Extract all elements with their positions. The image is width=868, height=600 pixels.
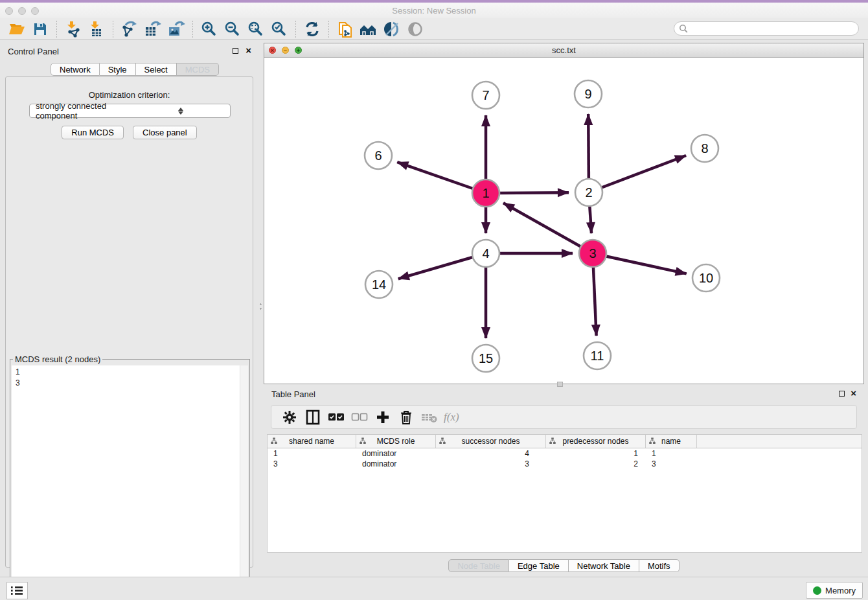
cell-shared-name[interactable]: 3 (268, 459, 356, 468)
task-history-button[interactable] (6, 582, 28, 599)
column-header-icon (271, 437, 277, 444)
add-row-icon[interactable] (371, 408, 394, 427)
tab-edge-table[interactable]: Edge Table (509, 559, 569, 572)
open-session-icon[interactable] (7, 20, 27, 38)
export-table-icon[interactable] (143, 20, 163, 38)
status-bar: Memory (0, 577, 868, 600)
optimization-dropdown[interactable]: strongly connected component (29, 104, 231, 118)
export-image-icon[interactable] (166, 20, 186, 38)
control-panel-tabs: NetworkStyleSelectMCDS (51, 63, 219, 76)
cell-successor-nodes[interactable]: 4 (436, 449, 546, 458)
mcds-result-line: 1 (16, 367, 240, 378)
column-header-icon (649, 437, 656, 444)
export-network-icon[interactable] (120, 20, 139, 38)
search-box[interactable] (674, 21, 859, 36)
table-panel-title: Table Panel (271, 389, 315, 399)
graph-node-label-4: 4 (482, 246, 489, 260)
result-scrollbar[interactable] (240, 365, 248, 594)
tab-select[interactable]: Select (136, 63, 177, 76)
graph-node-label-7: 7 (482, 88, 489, 102)
cell-successor-nodes[interactable]: 3 (436, 459, 546, 468)
import-table-icon[interactable] (87, 20, 106, 38)
search-input[interactable] (689, 22, 858, 35)
control-panel: Control Panel × NetworkStyleSelectMCDS O… (0, 43, 259, 571)
cell-name[interactable]: 1 (646, 449, 697, 458)
close-panel-button[interactable]: Close panel (133, 126, 197, 139)
delete-column-icon[interactable] (418, 408, 441, 427)
network-view-title: scc.txt (264, 45, 863, 55)
node-table[interactable]: shared nameMCDS rolesuccessor nodesprede… (267, 434, 862, 553)
table-row[interactable]: 1dominator411 (268, 448, 862, 459)
mcds-result-box: MCDS result (2 nodes) 13 (10, 354, 250, 595)
cell-MCDS-role[interactable]: dominator (356, 449, 436, 458)
clone-network-icon[interactable] (336, 20, 355, 38)
zoom-fit-icon[interactable] (246, 20, 266, 38)
graph-node-label-2: 2 (585, 185, 592, 200)
columns-icon[interactable] (301, 408, 325, 427)
column-header-icon (549, 437, 556, 444)
memory-status-icon (813, 586, 821, 595)
memory-label: Memory (825, 586, 856, 595)
network-canvas[interactable]: 7968124314101511 (264, 58, 863, 384)
cell-MCDS-role[interactable]: dominator (356, 459, 436, 468)
column-header-predecessor-nodes[interactable]: predecessor nodes (546, 435, 646, 448)
tab-style[interactable]: Style (100, 63, 136, 76)
style-icon[interactable] (382, 20, 402, 38)
clear-selection-icon[interactable] (348, 408, 371, 427)
dropdown-value: strongly connected component (30, 101, 129, 121)
table-header-row: shared nameMCDS rolesuccessor nodesprede… (268, 435, 862, 448)
run-mcds-button[interactable]: Run MCDS (62, 126, 124, 139)
memory-button[interactable]: Memory (806, 582, 863, 599)
save-session-icon[interactable] (30, 20, 50, 38)
network-window-titlebar[interactable]: × − + scc.txt (264, 43, 863, 58)
cell-predecessor-nodes[interactable]: 1 (546, 449, 646, 458)
trash-icon[interactable] (394, 408, 418, 427)
tab-motifs[interactable]: Motifs (639, 559, 680, 572)
gear-icon[interactable] (278, 408, 301, 427)
column-header-shared-name[interactable]: shared name (268, 435, 356, 448)
mcds-panel: Optimization criterion: strongly connect… (5, 76, 253, 568)
cell-shared-name[interactable]: 1 (268, 449, 356, 458)
function-builder-icon[interactable]: f(x) (444, 411, 459, 424)
graph-node-label-15: 15 (479, 351, 493, 365)
graph-edge-3-1[interactable] (503, 203, 593, 253)
toolbar-separator (113, 21, 113, 38)
graph-node-label-8: 8 (701, 141, 708, 156)
tab-network[interactable]: Network (51, 63, 100, 76)
float-panel-icon[interactable] (233, 48, 238, 54)
cell-name[interactable]: 3 (646, 459, 697, 468)
panel-splitter-handle[interactable] (258, 302, 263, 311)
table-row[interactable]: 3dominator323 (268, 459, 862, 469)
zoom-in-icon[interactable] (200, 20, 219, 38)
select-all-icon[interactable] (325, 408, 348, 427)
cell-predecessor-nodes[interactable]: 2 (546, 459, 646, 468)
column-header-MCDS-role[interactable]: MCDS role (356, 435, 436, 448)
column-header-successor-nodes[interactable]: successor nodes (436, 435, 546, 448)
graph-node-label-14: 14 (372, 277, 386, 292)
tab-node-table[interactable]: Node Table (448, 559, 509, 572)
tab-network-table[interactable]: Network Table (569, 559, 639, 572)
column-header-name[interactable]: name (646, 435, 697, 448)
column-header-label: successor nodes (461, 437, 520, 446)
table-panel-tabs: Node TableEdge TableNetwork TableMotifs (264, 559, 864, 572)
tab-mcds[interactable]: MCDS (177, 63, 219, 76)
control-panel-header: Control Panel × (0, 43, 259, 60)
close-table-panel-icon[interactable]: × (851, 388, 856, 398)
main-toolbar (0, 18, 868, 40)
import-network-icon[interactable] (63, 20, 83, 38)
column-header-label: name (661, 437, 681, 446)
zoom-selected-icon[interactable] (269, 20, 289, 38)
graph-node-label-9: 9 (584, 87, 591, 101)
graph-node-label-10: 10 (699, 271, 713, 285)
graph-node-label-1: 1 (482, 186, 489, 200)
graph-edge-2-8[interactable] (589, 156, 686, 192)
show-hide-icon[interactable] (405, 20, 425, 38)
table-panel: Table Panel × (264, 386, 864, 577)
mcds-result-line: 3 (16, 378, 240, 389)
zoom-out-icon[interactable] (223, 20, 242, 38)
close-panel-icon[interactable]: × (246, 45, 251, 56)
apply-layout-icon[interactable] (303, 20, 322, 38)
first-neighbors-icon[interactable] (359, 20, 378, 38)
mcds-result-text[interactable]: 13 (12, 365, 240, 594)
float-table-panel-icon[interactable] (839, 391, 845, 397)
